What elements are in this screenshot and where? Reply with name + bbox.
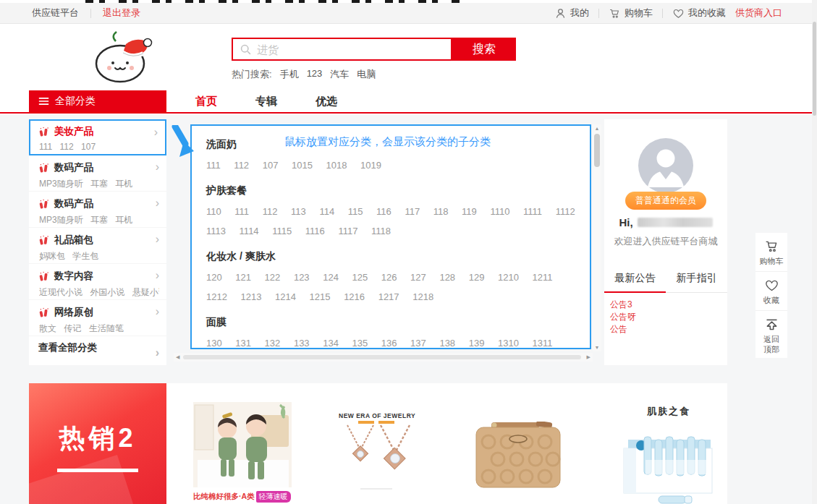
sidebar-item-beauty[interactable]: 美妆产品 111 112 107 [29, 119, 166, 155]
back-to-top-icon [764, 317, 779, 332]
cart-icon [609, 7, 621, 20]
category-icon [38, 127, 49, 137]
person-icon [554, 7, 567, 20]
brand-link[interactable]: 供应链平台 [32, 7, 79, 20]
subcategory-group-title[interactable]: 护肤套餐 [206, 184, 577, 197]
search-bar: 搜索 [232, 38, 516, 61]
scroll-up-arrow[interactable] [593, 126, 601, 131]
browser-scrollbar-thumb[interactable] [813, 22, 816, 116]
product-image-coach [475, 422, 561, 488]
nav-featured[interactable]: 优选 [316, 95, 337, 108]
snowman-logo[interactable] [84, 28, 164, 86]
scroll-right-arrow[interactable] [587, 354, 590, 360]
search-button[interactable]: 搜索 [452, 38, 516, 61]
logout-link[interactable]: 退出登录 [103, 7, 140, 20]
divider [662, 9, 663, 18]
banner-underline [57, 469, 138, 472]
chevron-right-icon [156, 305, 159, 318]
annotation-text: 鼠标放置对应分类，会显示该分类的子分类 [284, 135, 491, 149]
promo-products-area: 比纯棉好很多·A类 轻薄速暖 NEW ERA OF JEWELRY [166, 383, 727, 504]
tab-latest-notices[interactable]: 最新公告 [604, 272, 666, 293]
avatar [638, 138, 693, 193]
chevron-right-icon [154, 126, 158, 139]
hot-search-label: 热门搜索: [232, 68, 272, 81]
user-panel: 普普通通的会员 Hi, 欢迎进入供应链平台商城 最新公告 新手指引 公告3 公告… [604, 119, 727, 365]
category-sidebar: 美妆产品 111 112 107 数码产品 MP3随身听 耳塞 耳机 数码产品 … [29, 119, 166, 365]
greeting-label: Hi, [619, 216, 632, 228]
category-icon [38, 271, 49, 282]
back-to-top-button[interactable]: 返回顶部 [755, 310, 787, 359]
cart-link[interactable]: 购物车 [609, 7, 653, 20]
scroll-down-arrow[interactable] [593, 345, 601, 350]
subcategory-links[interactable]: 120 121 122 123 124 125 126 127 128 129 … [206, 268, 577, 307]
category-sublinks[interactable]: 近现代小说 外国小说 悬疑小说 [39, 286, 159, 299]
menu-list-icon [38, 97, 49, 106]
sidebar-item-gifts[interactable]: 礼品箱包 妈咪包 学生包 [29, 228, 166, 264]
nav-home[interactable]: 首页 [195, 95, 217, 108]
heart-icon [764, 278, 779, 293]
subcategory-group-title[interactable]: 化妆水 / 爽肤水 [206, 250, 577, 263]
flyout-horizontal-scrollbar[interactable] [174, 353, 593, 362]
product-skincare[interactable]: 肌肤之食 [614, 405, 724, 504]
rail-label: 返回顶部 [763, 334, 780, 354]
product-image-jewelry [339, 424, 414, 493]
rail-label: 收藏 [762, 295, 781, 305]
category-sublinks[interactable]: 散文 传记 生活随笔 [39, 323, 159, 335]
category-label: 数码产品 [54, 161, 93, 174]
favorites-link[interactable]: 我的收藏 [672, 7, 726, 20]
tab-beginner-guide[interactable]: 新手指引 [666, 272, 727, 292]
category-icon [38, 163, 49, 174]
category-sublinks[interactable]: MP3随身听 耳塞 耳机 [39, 214, 159, 226]
rail-favorite-button[interactable]: 收藏 [755, 271, 787, 310]
notice-link[interactable]: 公告3 [610, 299, 727, 311]
scrollbar-thumb[interactable] [183, 355, 581, 359]
category-sublinks[interactable]: 妈咪包 学生包 [39, 250, 159, 262]
hot-keyword[interactable]: 123 [307, 68, 323, 81]
scrollbar-thumb[interactable] [594, 134, 600, 167]
product-image-kids [193, 402, 292, 487]
chevron-right-icon [156, 161, 159, 174]
rail-cart-button[interactable]: 购物车 [755, 233, 787, 271]
sidebar-item-digital-content[interactable]: 数字内容 近现代小说 外国小说 悬疑小说 [29, 264, 166, 300]
cart-icon [764, 239, 779, 254]
search-box [232, 38, 452, 61]
notice-tabs: 最新公告 新手指引 [604, 272, 727, 293]
product-coach-wallet[interactable] [475, 422, 561, 491]
supplier-entry-link[interactable]: 供货商入口 [735, 7, 782, 20]
my-account-link[interactable]: 我的 [554, 7, 589, 20]
hot-keyword[interactable]: 手机 [280, 68, 299, 81]
header: 搜索 热门搜索: 手机 123 汽车 电脑 [0, 24, 817, 90]
subcategory-group-title[interactable]: 面膜 [206, 316, 577, 329]
welcome-text: 欢迎进入供应链平台商城 [604, 235, 727, 248]
hot-keyword[interactable]: 电脑 [357, 68, 376, 81]
product-jewelry[interactable]: NEW ERA OF JEWELRY [339, 412, 414, 496]
search-input[interactable] [257, 40, 451, 59]
category-label: 礼品箱包 [54, 234, 93, 247]
flyout-vertical-scrollbar[interactable] [593, 124, 601, 351]
category-sublinks[interactable]: MP3随身听 耳塞 耳机 [39, 178, 159, 190]
browser-scrollbar[interactable] [812, 0, 817, 504]
hot-keyword[interactable]: 汽车 [330, 68, 349, 81]
all-categories-button[interactable]: 全部分类 [29, 90, 166, 112]
notice-link[interactable]: 公告呀 [610, 311, 727, 323]
sidebar-item-digital-1[interactable]: 数码产品 MP3随身听 耳塞 耳机 [29, 155, 166, 192]
product-title: 肌肤之食 [614, 405, 724, 418]
notice-link[interactable]: 公告 [610, 323, 727, 336]
category-sublinks[interactable]: 111 112 107 [39, 142, 159, 152]
product-badge: 轻薄速暖 [256, 491, 291, 503]
sidebar-item-digital-2[interactable]: 数码产品 MP3随身听 耳塞 耳机 [29, 192, 166, 228]
product-kids-pajamas[interactable]: 比纯棉好很多·A类 轻薄速暖 [193, 402, 292, 503]
subcategory-links[interactable]: 110 111 112 113 114 115 116 117 118 119 … [206, 202, 577, 241]
product-title: NEW ERA OF JEWELRY [339, 412, 414, 419]
rail-label: 购物车 [758, 256, 784, 266]
view-all-categories-link[interactable]: 查看全部分类 [29, 336, 166, 359]
subcategory-links[interactable]: 130 131 132 133 134 135 136 137 138 139 … [206, 333, 577, 349]
heart-icon [672, 7, 685, 20]
sidebar-item-web-original[interactable]: 网络原创 散文 传记 生活随笔 [29, 300, 166, 336]
nav-albums[interactable]: 专辑 [255, 95, 277, 108]
hot-sale-banner[interactable]: 热销2 [29, 383, 166, 504]
chevron-right-icon [156, 233, 159, 246]
subcategory-links[interactable]: 111 112 107 1015 1018 1019 [206, 155, 577, 175]
scroll-left-arrow[interactable] [176, 354, 179, 360]
search-icon [240, 43, 252, 56]
